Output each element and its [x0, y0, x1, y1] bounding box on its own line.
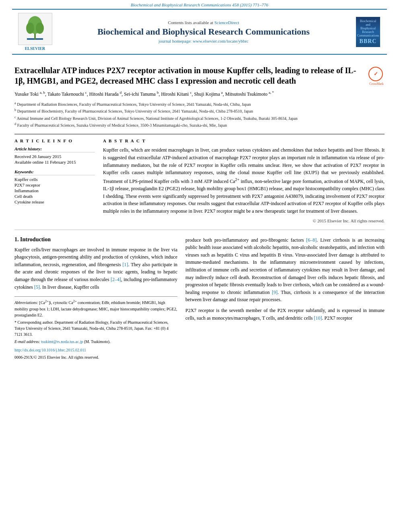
- abstract-column: A B S T R A C T Kupffer cells, which are…: [103, 138, 385, 223]
- keyword-2: P2X7 receptor: [14, 183, 95, 187]
- section-divider: [14, 230, 385, 230]
- email-line: E-mail address: tsukimt@rs.noda.tus.ac.j…: [14, 339, 177, 345]
- affiliation-a: a Department of Radiation Biosciences, F…: [14, 101, 385, 107]
- keyword-5: Cytokine release: [14, 199, 95, 204]
- abbreviations: Abbreviations: [Ca2+]i, cytosolic Ca2+ c…: [14, 299, 177, 318]
- keywords-label: Keywords:: [14, 169, 95, 175]
- elsevier-label: ELSEVIER: [25, 46, 45, 51]
- article-info-column: A R T I C L E I N F O Article history: R…: [14, 138, 95, 223]
- article-title: Extracellular ATP induces P2X7 receptor …: [14, 65, 364, 86]
- article-info-abstract: A R T I C L E I N F O Article history: R…: [14, 134, 385, 223]
- article-info-label: A R T I C L E I N F O: [14, 138, 95, 143]
- corresponding-author: * Corresponding author. Department of Ra…: [14, 319, 177, 337]
- history-label: Article history:: [14, 146, 95, 152]
- elsevier-logo-left: ELSEVIER: [17, 13, 53, 51]
- crossmark-icon: ✓: [368, 67, 383, 81]
- issn-line: 0006-291X/© 2015 Elsevier Inc. All right…: [14, 354, 177, 360]
- abstract-text: Kupffer cells, which are resident macrop…: [103, 146, 385, 215]
- keyword-1: Kupffer cells: [14, 177, 95, 182]
- svg-point-4: [36, 23, 44, 34]
- svg-point-3: [26, 23, 34, 34]
- journal-reference: Biochemical and Biophysical Research Com…: [0, 0, 399, 9]
- crossmark-section: ✓ CrossMark: [368, 67, 385, 86]
- journal-title: Biochemical and Biophysical Research Com…: [58, 27, 349, 37]
- journal-title-block: Contents lists available at ScienceDirec…: [58, 20, 349, 43]
- journal-header: ELSEVIER Contents lists available at Sci…: [12, 9, 387, 55]
- intro-left-column: 1. Introduction Kupffer cells/liver macr…: [14, 236, 177, 360]
- main-content: Extracellular ATP induces P2X7 receptor …: [0, 55, 399, 365]
- introduction-title: 1. Introduction: [14, 236, 177, 243]
- received-date: Received 26 January 2015: [14, 154, 95, 159]
- intro-paragraph-3: P2X7 receptor is the seventh member of t…: [185, 307, 385, 322]
- affiliation-b: b Department of Biochemistry, Faculty of…: [14, 108, 385, 114]
- affiliations: a Department of Radiation Biosciences, F…: [14, 101, 385, 128]
- intro-paragraph-1: Kupffer cells/liver macrophages are invo…: [14, 246, 177, 291]
- doi-line: http://dx.doi.org/10.1016/j.bbrc.2015.02…: [14, 347, 177, 353]
- introduction-section: 1. Introduction Kupffer cells/liver macr…: [14, 236, 385, 360]
- bbrc-badge: BiochemicalandBiophysicalResearchCommuni…: [354, 17, 382, 47]
- intro-paragraph-2: produce both pro-inflammatory and pro-fi…: [185, 236, 385, 304]
- authors-line: Yusuke Toki a, b, Takato Takenouchi c, H…: [14, 90, 385, 98]
- bbrc-box-icon: BiochemicalandBiophysicalResearchCommuni…: [356, 17, 380, 47]
- crossmark-label: CrossMark: [368, 82, 385, 86]
- tree-logo-icon: [23, 16, 47, 42]
- copyright-line: © 2015 Elsevier Inc. All rights reserved…: [103, 218, 385, 223]
- affiliation-c: c Animal Immune and Cell Biology Researc…: [14, 115, 385, 121]
- affiliation-d: d Faculty of Pharmaceutical Sciences, Su…: [14, 122, 385, 128]
- keyword-4: Cell death: [14, 194, 95, 199]
- intro-right-column: produce both pro-inflammatory and pro-fi…: [185, 236, 385, 360]
- keywords-section: Keywords: Kupffer cells P2X7 receptor In…: [14, 169, 95, 204]
- abstract-label: A B S T R A C T: [103, 138, 385, 143]
- article-title-section: Extracellular ATP induces P2X7 receptor …: [14, 65, 385, 86]
- keyword-3: Inflammation: [14, 188, 95, 193]
- contents-available-line: Contents lists available at ScienceDirec…: [58, 20, 349, 25]
- journal-homepage-line: journal homepage: www.elsevier.com/locat…: [58, 39, 349, 43]
- available-date: Available online 11 February 2015: [14, 160, 95, 164]
- footnotes: Abbreviations: [Ca2+]i, cytosolic Ca2+ c…: [14, 296, 177, 360]
